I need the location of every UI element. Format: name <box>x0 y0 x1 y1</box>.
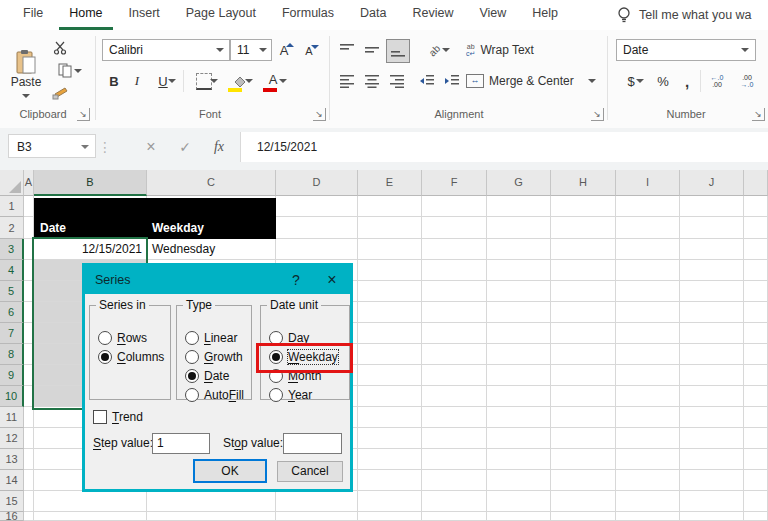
format-painter-button[interactable] <box>48 82 72 102</box>
radio-option-autofill[interactable]: AutoFill <box>185 387 244 403</box>
radio-option-year[interactable]: Year <box>269 387 312 403</box>
increase-decimal-button[interactable]: ←.0 .00 <box>704 70 730 92</box>
radio-option-linear[interactable]: Linear <box>185 330 237 346</box>
column-header-C[interactable]: C <box>147 170 276 196</box>
tab-help[interactable]: Help <box>522 0 568 27</box>
cancel-button[interactable]: Cancel <box>277 461 343 482</box>
formula-input[interactable]: 12/15/2021 <box>240 132 768 162</box>
italic-button[interactable]: I <box>128 70 146 92</box>
column-header-B[interactable]: B <box>34 170 147 196</box>
radio-growth[interactable] <box>185 350 199 364</box>
clipboard-dialog-launcher[interactable]: ↘ <box>77 108 90 121</box>
radio-option-growth[interactable]: Growth <box>185 349 243 365</box>
cell-b2[interactable]: Date <box>40 217 140 239</box>
row-header-9[interactable]: 9 <box>0 365 24 386</box>
tab-data[interactable]: Data <box>350 0 396 27</box>
column-header-J[interactable]: J <box>680 170 744 196</box>
cell-b3[interactable]: 12/15/2021 <box>36 239 142 260</box>
radio-option-rows[interactable]: Rows <box>98 330 147 346</box>
increase-indent-button[interactable] <box>441 70 463 92</box>
tab-view[interactable]: View <box>469 0 516 27</box>
orientation-button[interactable]: ab <box>416 39 454 61</box>
font-name-combo[interactable]: Calibri <box>102 39 230 61</box>
align-left-button[interactable] <box>336 70 358 92</box>
increase-font-size-button[interactable]: A <box>272 39 296 61</box>
align-bottom-button[interactable] <box>386 39 410 63</box>
dialog-help-button[interactable]: ? <box>286 266 306 294</box>
insert-function-button[interactable]: fx <box>206 134 232 160</box>
radio-month[interactable] <box>269 369 283 383</box>
number-dialog-launcher[interactable]: ↘ <box>752 108 765 121</box>
tab-page-layout[interactable]: Page Layout <box>176 0 266 27</box>
comma-style-button[interactable]: , <box>678 70 696 92</box>
row-header-4[interactable]: 4 <box>0 260 24 281</box>
stop-value-input[interactable] <box>283 433 342 454</box>
row-header-15[interactable]: 15 <box>0 491 24 512</box>
row-header-6[interactable]: 6 <box>0 302 24 323</box>
align-middle-button[interactable] <box>361 39 383 61</box>
accounting-format-button[interactable]: $ <box>616 70 646 92</box>
row-header-8[interactable]: 8 <box>0 344 24 365</box>
name-box[interactable]: B3 <box>8 134 96 158</box>
row-header-16[interactable]: 16 <box>0 512 24 521</box>
fill-color-button[interactable] <box>224 70 254 92</box>
align-center-button[interactable] <box>361 70 383 92</box>
cut-button[interactable] <box>48 38 72 58</box>
align-top-button[interactable] <box>336 39 358 61</box>
bold-button[interactable]: B <box>104 70 124 92</box>
wrap-text-button[interactable]: abc↵ Wrap Text <box>466 39 570 61</box>
radio-day[interactable] <box>269 331 283 345</box>
radio-rows[interactable] <box>98 331 112 345</box>
row-header-5[interactable]: 5 <box>0 281 24 302</box>
column-header-E[interactable]: E <box>358 170 422 196</box>
radio-option-columns[interactable]: Columns <box>98 349 164 365</box>
radio-option-date[interactable]: Date <box>185 368 229 384</box>
column-header-A[interactable]: A <box>24 170 34 196</box>
cell-c3[interactable]: Wednesday <box>152 239 262 260</box>
column-header-I[interactable]: I <box>616 170 680 196</box>
cancel-entry-button[interactable]: × <box>138 134 164 160</box>
column-header-H[interactable]: H <box>551 170 616 196</box>
row-header-11[interactable]: 11 <box>0 407 24 428</box>
row-header-2[interactable]: 2 <box>0 217 24 239</box>
radio-year[interactable] <box>269 388 283 402</box>
row-header-13[interactable]: 13 <box>0 449 24 470</box>
column-header-D[interactable]: D <box>276 170 358 196</box>
underline-button[interactable]: U <box>148 70 178 92</box>
enter-entry-button[interactable]: ✓ <box>172 134 198 160</box>
font-size-combo[interactable]: 11 <box>230 39 272 61</box>
radio-option-month[interactable]: Month <box>269 368 321 384</box>
decrease-decimal-button[interactable]: .00 →.0 <box>734 70 760 92</box>
radio-weekday[interactable] <box>269 350 283 364</box>
row-header-10[interactable]: 10 <box>0 386 24 407</box>
tab-formulas[interactable]: Formulas <box>272 0 344 27</box>
tab-home[interactable]: Home <box>59 0 112 30</box>
borders-button[interactable] <box>188 70 220 92</box>
column-header-G[interactable]: G <box>487 170 551 196</box>
cell-c2[interactable]: Weekday <box>152 217 262 239</box>
ok-button[interactable]: OK <box>193 459 267 483</box>
tab-file[interactable]: File <box>13 0 53 27</box>
row-header-1[interactable]: 1 <box>0 196 24 217</box>
copy-button[interactable] <box>48 60 82 80</box>
paste-button[interactable]: Paste <box>6 38 46 100</box>
font-dialog-launcher[interactable]: ↘ <box>313 108 326 121</box>
trend-checkbox-row[interactable]: Trend <box>93 409 143 425</box>
row-header-7[interactable]: 7 <box>0 323 24 344</box>
tab-insert[interactable]: Insert <box>119 0 170 27</box>
font-color-button[interactable]: A <box>258 70 288 92</box>
alignment-dialog-launcher[interactable]: ↘ <box>591 108 604 121</box>
column-header-F[interactable]: F <box>422 170 487 196</box>
radio-option-weekday[interactable]: Weekday <box>269 349 338 365</box>
select-all-corner[interactable] <box>0 170 24 196</box>
align-right-button[interactable] <box>386 70 408 92</box>
decrease-indent-button[interactable] <box>416 70 438 92</box>
tab-review[interactable]: Review <box>402 0 463 27</box>
merge-center-button[interactable]: ↔ Merge & Center <box>466 70 600 92</box>
radio-date[interactable] <box>185 369 199 383</box>
step-value-input[interactable]: 1 <box>152 433 210 454</box>
radio-autofill[interactable] <box>185 388 199 402</box>
row-header-3[interactable]: 3 <box>0 239 24 260</box>
tell-me-box[interactable]: Tell me what you wa <box>616 0 768 30</box>
radio-linear[interactable] <box>185 331 199 345</box>
